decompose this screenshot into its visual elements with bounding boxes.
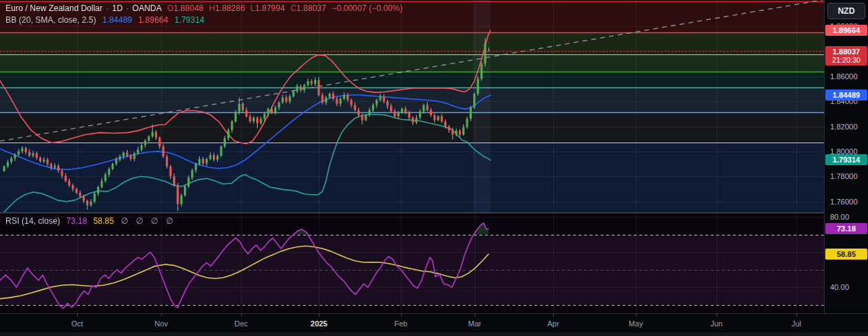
bb-lower-value: 1.79314 bbox=[174, 15, 204, 25]
interval-label[interactable]: 1D bbox=[112, 3, 123, 13]
symbol-title[interactable]: Euro / New Zealand Dollar bbox=[6, 3, 103, 13]
bb-upper-value: 1.89664 bbox=[138, 15, 168, 25]
time-axis-tick bbox=[77, 314, 78, 317]
rsi-ma-value: 58.85 bbox=[93, 216, 114, 226]
ohlc-value: 1.88037 bbox=[296, 3, 326, 13]
time-axis-label: Feb bbox=[395, 319, 408, 328]
time-axis-tick bbox=[796, 314, 797, 317]
ohlc-key: L bbox=[251, 3, 256, 13]
ohlc-value: 1.88286 bbox=[215, 3, 245, 13]
separator-dot: · bbox=[106, 3, 109, 13]
time-axis-label: Apr bbox=[547, 319, 559, 328]
chart-canvas[interactable] bbox=[0, 0, 824, 313]
time-axis-tick bbox=[401, 314, 402, 317]
window-bottom-edge bbox=[0, 333, 868, 336]
price-axis-tick: 1.86000 bbox=[830, 72, 858, 81]
rsi-label[interactable]: RSI (14, close) bbox=[6, 216, 60, 226]
time-axis-label: May bbox=[629, 319, 643, 328]
price-axis-tick: 1.76000 bbox=[830, 198, 858, 206]
time-axis-tick bbox=[319, 314, 320, 317]
separator-dot: · bbox=[126, 3, 129, 13]
ohlc-values: O1.88048H1.88286L1.87994C1.88037 bbox=[162, 3, 327, 13]
time-axis-tick bbox=[716, 314, 717, 317]
ohlc-key: O bbox=[167, 3, 174, 13]
axis-value-label: 58.85 bbox=[825, 249, 867, 260]
time-axis-tick bbox=[636, 314, 637, 317]
exchange-label[interactable]: OANDA bbox=[132, 3, 162, 13]
ohlc-key: H bbox=[209, 3, 216, 13]
rsi-empty-values: ∅ ∅ ∅ ∅ bbox=[121, 216, 176, 226]
price-axis-tick: 1.78000 bbox=[830, 172, 858, 180]
price-axis-tick: 80.00 bbox=[830, 213, 849, 221]
rsi-value: 73.18 bbox=[66, 216, 87, 226]
time-axis-label: Dec bbox=[234, 319, 248, 328]
tradingview-chart-window: Euro / New Zealand Dollar·1D·OANDAO1.880… bbox=[0, 0, 868, 336]
axis-value-label: 73.18 bbox=[825, 223, 867, 234]
last-price-value: 1.88037 bbox=[827, 48, 866, 56]
time-axis-label: Jul bbox=[792, 319, 801, 328]
symbol-legend: Euro / New Zealand Dollar·1D·OANDAO1.880… bbox=[6, 3, 402, 14]
bb-indicator-legend: BB (20, SMA, close, 2.5)1.844891.896641.… bbox=[6, 14, 205, 25]
price-axis-tick: 1.82000 bbox=[830, 123, 858, 131]
time-axis-tick bbox=[553, 314, 554, 317]
last-price-label: 1.8803721:20:30 bbox=[825, 46, 867, 65]
time-axis-tick bbox=[475, 314, 475, 317]
price-axis-tick: 40.00 bbox=[830, 283, 849, 291]
time-axis-label: Nov bbox=[154, 319, 168, 328]
rsi-indicator-legend: RSI (14, close)73.1858.85∅ ∅ ∅ ∅ bbox=[6, 216, 176, 227]
time-axis-tick bbox=[241, 314, 242, 317]
time-axis-label: Jun bbox=[710, 319, 723, 328]
axis-value-label: 1.79314 bbox=[825, 154, 867, 165]
bb-basis-value: 1.84489 bbox=[102, 15, 132, 25]
bb-label[interactable]: BB (20, SMA, close, 2.5) bbox=[6, 15, 96, 25]
time-axis-label: 2025 bbox=[311, 319, 327, 328]
time-axis-label: Mar bbox=[468, 319, 482, 328]
price-axis[interactable]: NZD 1.900001.860001.840001.820001.800001… bbox=[824, 0, 868, 313]
currency-toggle-button[interactable]: NZD bbox=[827, 3, 865, 19]
time-axis-tick bbox=[161, 314, 162, 317]
axis-value-label: 1.84489 bbox=[825, 90, 867, 101]
ohlc-key: C bbox=[291, 3, 297, 13]
time-axis-label: Oct bbox=[71, 319, 83, 328]
chart-plot-area: Euro / New Zealand Dollar·1D·OANDAO1.880… bbox=[0, 0, 824, 313]
axis-value-label: 1.89664 bbox=[825, 25, 867, 36]
ohlc-value: 1.88048 bbox=[174, 3, 203, 13]
bar-countdown: 21:20:30 bbox=[827, 56, 866, 64]
change-value: −0.00007 (−0.00%) bbox=[332, 3, 403, 13]
ohlc-value: 1.87994 bbox=[255, 3, 285, 13]
